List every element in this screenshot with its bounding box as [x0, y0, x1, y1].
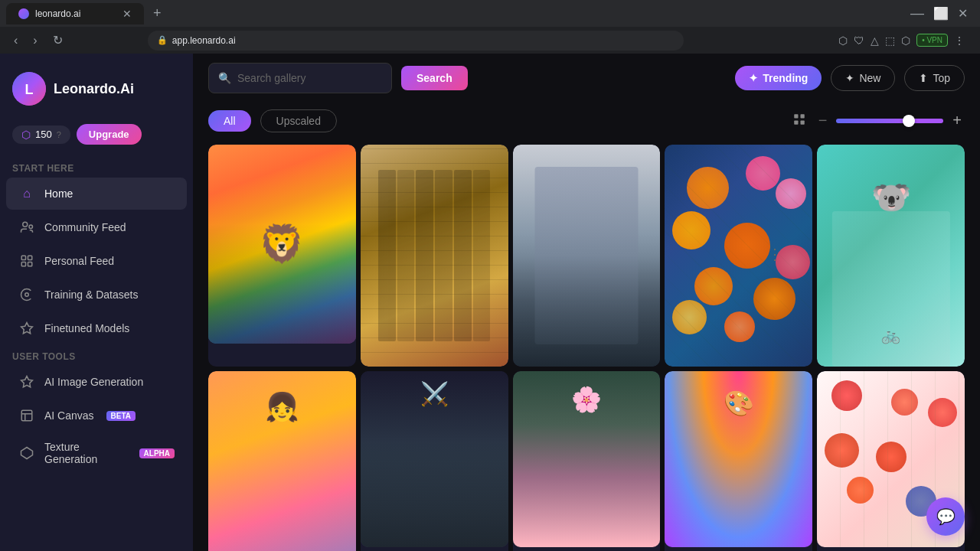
image-card-koala[interactable]: 🐨 🚲 ⊞ ⊘: [817, 145, 965, 367]
window-minimize[interactable]: —: [910, 5, 924, 21]
card-edit-btn6[interactable]: ⊘: [299, 377, 322, 400]
trending-button[interactable]: ✦ Trending: [735, 66, 822, 90]
app-wrapper: L Leonardo.Ai ⬡ 150 ? Upgrade Start Here…: [0, 54, 980, 551]
window-close[interactable]: ✕: [958, 6, 968, 21]
image-card-hieroglyphs[interactable]: ⊞ ⊘ ⤢: [361, 145, 508, 367]
card-edit-btn3[interactable]: ⊘: [603, 151, 626, 174]
svg-marker-9: [21, 323, 33, 334]
token-help-icon[interactable]: ?: [57, 130, 61, 139]
sidebar-item-ai-image[interactable]: AI Image Generation: [6, 366, 187, 398]
filter-upscaled-tab[interactable]: Upscaled: [260, 109, 337, 132]
svg-rect-5: [28, 256, 32, 259]
image-card-girl-anime[interactable]: 👧 ⊞ ⊘ ⤢: [208, 371, 356, 551]
tab-bar: leonardo.ai ✕ + — ⬜ ✕: [0, 0, 980, 27]
image-card-warrior[interactable]: ⊞ ⊘ ⤢: [513, 145, 661, 367]
grid-controls: − +: [789, 109, 965, 132]
nav-back-btn[interactable]: ‹: [9, 32, 22, 49]
card-edit-btn8[interactable]: ⊘: [603, 377, 626, 400]
active-tab[interactable]: leonardo.ai ✕: [6, 3, 144, 24]
window-maximize[interactable]: ⬜: [933, 6, 949, 21]
zoom-slider[interactable]: [836, 119, 943, 123]
card-grid-btn8[interactable]: ⊞: [576, 377, 599, 400]
card-edit-btn7[interactable]: ⊘: [452, 377, 475, 400]
vpn-badge[interactable]: • VPN: [916, 34, 948, 47]
chat-support-button[interactable]: 💬: [926, 497, 965, 536]
search-button[interactable]: Search: [401, 66, 468, 90]
sidebar-item-texture[interactable]: Texture Generation ALPHA: [6, 433, 187, 473]
zoom-minus-btn[interactable]: −: [815, 109, 831, 132]
alpha-badge: ALPHA: [139, 448, 175, 458]
card-edit-btn2[interactable]: ⊘: [452, 151, 475, 174]
finetuned-icon: [18, 320, 35, 337]
card-edit-btn5[interactable]: ⊘: [936, 151, 959, 174]
card-grid-btn4[interactable]: ⊞: [728, 151, 751, 174]
svg-rect-14: [800, 114, 804, 118]
chat-icon: 💬: [936, 507, 956, 526]
grid-view-btn[interactable]: [789, 109, 809, 132]
card-expand-btn7[interactable]: ⤢: [479, 377, 502, 400]
search-box[interactable]: 🔍: [208, 63, 392, 93]
image-card-flowers1[interactable]: ⊞ ⊘ ⤢: [665, 145, 812, 367]
svg-point-8: [25, 293, 29, 297]
sidebar-item-ai-canvas[interactable]: AI Canvas BETA: [6, 399, 187, 432]
token-icon: ⬡: [21, 129, 31, 141]
extensions-btn[interactable]: ⬡: [901, 34, 910, 47]
ai-image-label: AI Image Generation: [44, 376, 143, 388]
sidebar-item-training[interactable]: Training & Datasets: [6, 279, 187, 311]
card-expand-btn9[interactable]: ⤢: [783, 377, 806, 400]
top-bar: 🔍 Search ✦ Trending ✦ New ⬆ Top: [193, 54, 980, 103]
card-expand-btn6[interactable]: ⤢: [327, 377, 350, 400]
card-expand-btn10[interactable]: ⤢: [936, 377, 959, 400]
svg-rect-7: [28, 262, 32, 266]
card-edit-btn10[interactable]: ⊘: [908, 377, 931, 400]
card-edit-btn9[interactable]: ⊘: [756, 377, 779, 400]
image-card-colorhair[interactable]: 🎨 ⊘ ⤢: [665, 371, 812, 551]
search-input[interactable]: [237, 72, 382, 84]
token-number: 150: [35, 129, 52, 140]
card-grid-btn6[interactable]: ⊞: [272, 377, 295, 400]
card-edit-btn4[interactable]: ⊘: [756, 151, 779, 174]
sidebar-item-home[interactable]: ⌂ Home: [6, 178, 187, 210]
search-icon: 🔍: [218, 72, 231, 84]
url-bar[interactable]: 🔒 app.leonardo.ai: [148, 31, 684, 51]
app-logo-text: Leonardo.Ai: [54, 81, 134, 97]
card-expand-btn2[interactable]: ⤢: [479, 151, 502, 174]
tab-title: leonardo.ai: [35, 8, 80, 19]
card-expand-btn3[interactable]: ⤢: [631, 151, 654, 174]
community-feed-label: Community Feed: [44, 221, 126, 233]
sidebar-item-personal-feed[interactable]: Personal Feed: [6, 245, 187, 277]
card-expand-btn[interactable]: ⤢: [327, 151, 350, 174]
sidebar-item-finetuned[interactable]: Finetuned Models: [6, 312, 187, 344]
top-button[interactable]: ⬆ Top: [904, 65, 965, 91]
nav-refresh-btn[interactable]: ↻: [48, 31, 67, 49]
share-btn[interactable]: ⬡: [838, 34, 848, 47]
card-grid-btn3[interactable]: ⊞: [576, 151, 599, 174]
zoom-plus-btn[interactable]: +: [949, 109, 965, 132]
sidebar-toggle[interactable]: ⬚: [885, 34, 895, 47]
svg-text:L: L: [25, 82, 34, 97]
new-button[interactable]: ✦ New: [831, 65, 895, 91]
upgrade-button[interactable]: Upgrade: [77, 124, 142, 145]
image-card-pink-hair[interactable]: 🌸 ⊞ ⊘ ⤢: [513, 371, 661, 551]
ai-canvas-icon: [18, 407, 35, 424]
menu-btn[interactable]: ⋮: [954, 34, 965, 47]
card-edit-btn[interactable]: ⊘: [299, 151, 322, 174]
image-card-warrior2[interactable]: ⚔️ ⊘ ⤢: [361, 371, 508, 551]
trending-star-icon: ✦: [749, 72, 758, 84]
card-grid-btn5[interactable]: ⊞: [908, 151, 931, 174]
new-tab-btn[interactable]: +: [147, 5, 168, 21]
tab-close-btn[interactable]: ✕: [122, 8, 132, 20]
sidebar-item-community-feed[interactable]: Community Feed: [6, 211, 187, 243]
sidebar: L Leonardo.Ai ⬡ 150 ? Upgrade Start Here…: [0, 54, 193, 551]
card-grid-btn[interactable]: ⊞: [272, 151, 295, 174]
card-grid-btn2[interactable]: ⊞: [424, 151, 447, 174]
top-label: Top: [933, 72, 950, 84]
lock-icon: 🔒: [157, 35, 168, 45]
image-card-lion[interactable]: 🦁 ⊞ ⊘ ⤢: [208, 145, 356, 367]
card-expand-btn4[interactable]: ⤢: [783, 151, 806, 174]
nav-forward-btn[interactable]: ›: [28, 32, 41, 49]
ai-canvas-label: AI Canvas: [44, 409, 94, 422]
filter-all-tab[interactable]: All: [208, 110, 251, 132]
card-expand-btn8[interactable]: ⤢: [631, 377, 654, 400]
beta-badge: BETA: [106, 411, 136, 421]
